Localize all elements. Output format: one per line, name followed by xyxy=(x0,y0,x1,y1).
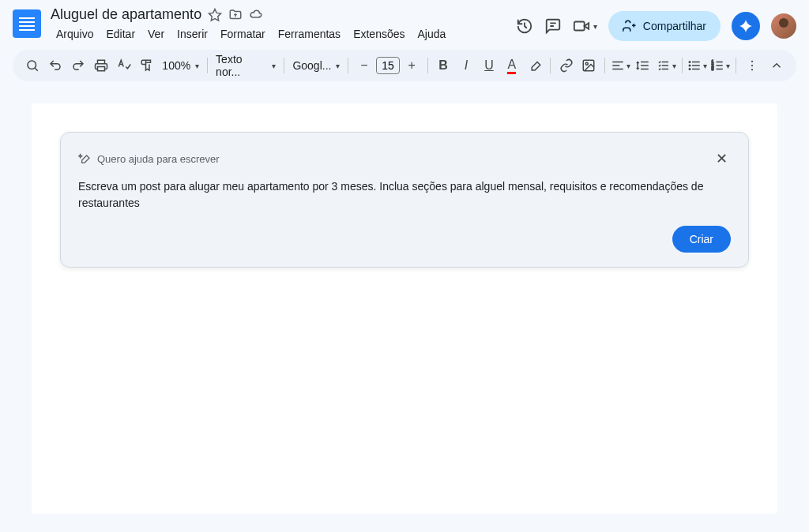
close-icon[interactable]: ✕ xyxy=(713,147,731,170)
avatar[interactable] xyxy=(771,13,796,39)
meet-button[interactable]: ▾ xyxy=(573,17,597,35)
menu-ferramentas[interactable]: Ferramentas xyxy=(273,24,346,43)
help-card-prompt[interactable]: Escreva um post para alugar meu apartame… xyxy=(78,178,731,212)
search-icon[interactable] xyxy=(22,54,43,77)
zoom-value: 100% xyxy=(162,59,190,72)
style-value: Texto nor... xyxy=(216,53,267,78)
line-spacing-dropdown[interactable] xyxy=(633,54,654,77)
menu-editar[interactable]: Editar xyxy=(100,24,141,43)
comments-icon[interactable] xyxy=(544,17,562,35)
star-icon[interactable] xyxy=(208,8,222,22)
menu-ver[interactable]: Ver xyxy=(142,24,170,43)
svg-point-11 xyxy=(751,61,753,62)
svg-point-4 xyxy=(586,62,589,65)
document-page[interactable]: Quero ajuda para escrever ✕ Escreva um p… xyxy=(32,103,777,514)
gemini-button[interactable] xyxy=(732,12,760,40)
menu-arquivo[interactable]: Arquivo xyxy=(51,24,99,43)
bullet-list-dropdown[interactable]: ▾ xyxy=(687,54,708,77)
menu-inserir[interactable]: Inserir xyxy=(171,24,213,43)
move-folder-icon[interactable] xyxy=(228,8,243,22)
styles-dropdown[interactable]: Texto nor... ▾ xyxy=(213,53,279,78)
chevron-down-icon: ▾ xyxy=(336,62,340,70)
pencil-sparkle-icon xyxy=(78,152,91,165)
chevron-down-icon: ▾ xyxy=(195,62,199,70)
svg-rect-0 xyxy=(574,22,585,31)
align-dropdown[interactable]: ▾ xyxy=(610,54,631,77)
more-icon[interactable] xyxy=(741,54,762,77)
menu-extensoes[interactable]: Extensões xyxy=(348,24,410,43)
toolbar: 100% ▾ Texto nor... ▾ Googl... ▾ − 15 + … xyxy=(13,50,796,81)
font-size-input[interactable]: 15 xyxy=(376,57,400,74)
collapse-toolbar-icon[interactable] xyxy=(766,54,787,77)
chevron-down-icon: ▾ xyxy=(593,22,597,31)
checklist-dropdown[interactable]: ▾ xyxy=(656,54,677,77)
menu-ajuda[interactable]: Ajuda xyxy=(412,24,452,43)
help-me-write-card: Quero ajuda para escrever ✕ Escreva um p… xyxy=(60,132,749,268)
menu-bar: Arquivo Editar Ver Inserir Formatar Ferr… xyxy=(51,24,516,43)
font-dropdown[interactable]: Googl... ▾ xyxy=(289,59,343,72)
numbered-list-dropdown[interactable]: 123▾ xyxy=(709,54,731,77)
decrease-font-icon[interactable]: − xyxy=(353,54,374,77)
font-value: Googl... xyxy=(292,59,331,72)
document-title[interactable]: Aluguel de apartamento xyxy=(51,6,201,23)
create-button[interactable]: Criar xyxy=(672,226,731,253)
print-icon[interactable] xyxy=(91,54,112,77)
svg-point-6 xyxy=(690,65,691,66)
svg-rect-2 xyxy=(98,67,105,71)
paint-format-icon[interactable] xyxy=(136,54,157,77)
bold-icon[interactable]: B xyxy=(433,54,454,77)
cloud-status-icon[interactable] xyxy=(249,8,263,22)
svg-point-7 xyxy=(690,69,691,70)
increase-font-icon[interactable]: + xyxy=(401,54,423,77)
svg-point-12 xyxy=(751,65,753,66)
undo-icon[interactable] xyxy=(45,54,66,77)
history-icon[interactable] xyxy=(516,17,533,35)
spellcheck-icon[interactable] xyxy=(114,54,135,77)
share-button[interactable]: Compartilhar xyxy=(608,11,721,41)
svg-text:3: 3 xyxy=(712,66,714,71)
image-icon[interactable] xyxy=(578,54,600,77)
svg-point-13 xyxy=(751,69,753,70)
link-icon[interactable] xyxy=(555,54,577,77)
svg-point-5 xyxy=(690,62,691,63)
help-card-title: Quero ajuda para escrever xyxy=(97,153,220,165)
chevron-down-icon: ▾ xyxy=(272,62,276,70)
text-color-icon[interactable]: A xyxy=(501,54,522,77)
highlight-icon[interactable] xyxy=(524,54,545,77)
underline-icon[interactable]: U xyxy=(478,54,499,77)
docs-logo-icon[interactable] xyxy=(13,9,41,38)
menu-formatar[interactable]: Formatar xyxy=(215,24,271,43)
share-label: Compartilhar xyxy=(643,20,706,32)
italic-icon[interactable]: I xyxy=(456,54,477,77)
redo-icon[interactable] xyxy=(68,54,89,77)
svg-point-1 xyxy=(28,61,36,69)
zoom-dropdown[interactable]: 100% ▾ xyxy=(159,59,202,72)
